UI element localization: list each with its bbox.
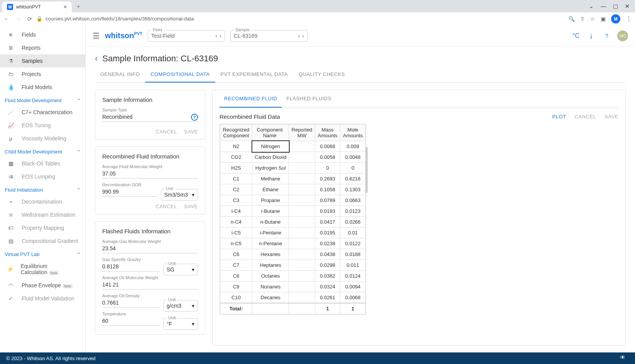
- table-row[interactable]: n-C5n-Pentane0.02380.0122: [220, 238, 366, 249]
- table-row[interactable]: n-C4n-Butane0.04170.0266: [220, 217, 366, 228]
- sidebar-group-virtual-pvt[interactable]: Virtual PVT Lab⌃: [0, 248, 85, 260]
- table-cell[interactable]: 0.0068: [315, 141, 340, 152]
- sidebar-item-fluid-models[interactable]: 💧Fluid Models: [0, 81, 85, 94]
- help-circle-icon[interactable]: ?: [191, 114, 198, 121]
- share-icon[interactable]: ⇧: [580, 16, 585, 22]
- table-cell[interactable]: Nitrogen: [252, 141, 289, 152]
- table-cell[interactable]: Hydrogen Sul: [252, 163, 289, 174]
- table-cell[interactable]: 0.0195: [315, 228, 340, 238]
- table-cell[interactable]: Nonanes: [252, 281, 289, 292]
- table-row[interactable]: C3Propane0.07890.0663: [220, 195, 366, 206]
- table-cell[interactable]: 0.0058: [315, 152, 340, 163]
- avg-mw-field[interactable]: 37.05: [102, 169, 198, 179]
- table-cell[interactable]: C9: [220, 281, 252, 292]
- sample-type-field[interactable]: Recombined?: [102, 112, 198, 122]
- tab-compositional-data[interactable]: COMPOSITIONAL DATA: [145, 67, 215, 83]
- intercom-icon[interactable]: 👁: [616, 353, 630, 362]
- maximize-icon[interactable]: ▢: [613, 3, 618, 9]
- table-cell[interactable]: [289, 141, 315, 152]
- table-row[interactable]: C9Nonanes0.03240.0094: [220, 281, 366, 292]
- cancel-button[interactable]: CANCEL: [156, 204, 177, 209]
- cancel-button[interactable]: CANCEL: [575, 114, 596, 120]
- browser-tab[interactable]: W whitsonPVT ✕: [2, 2, 72, 12]
- sidebar-item-eos-lumping[interactable]: ⇉EOS Lumping: [0, 170, 85, 183]
- table-cell[interactable]: 0.0094: [340, 281, 366, 292]
- cancel-button[interactable]: CANCEL: [156, 129, 177, 135]
- chevron-right-icon[interactable]: ›: [302, 33, 304, 39]
- table-row[interactable]: i-C5i-Pentane0.01950.01: [220, 228, 366, 238]
- sidebar-item-viscosity[interactable]: μViscosity Modeling: [0, 132, 85, 145]
- table-cell[interactable]: i-Butane: [252, 206, 289, 217]
- table-cell[interactable]: [289, 292, 315, 303]
- sidebar-item-validation[interactable]: ✓Fluid Model Validation: [0, 292, 85, 305]
- table-cell[interactable]: 0.0238: [315, 238, 340, 249]
- sidebar-group-child-model[interactable]: Child Model Development⌃: [0, 145, 85, 157]
- url-box[interactable]: 🔒 courses.pvt.whitson.com/fields/18/samp…: [36, 16, 565, 22]
- table-cell[interactable]: C1: [220, 174, 252, 184]
- table-cell[interactable]: Octanes: [252, 271, 289, 281]
- table-cell[interactable]: 0.6216: [340, 174, 366, 184]
- table-row[interactable]: CO2Carbon Dioxid0.00580.0048: [220, 152, 366, 163]
- table-cell[interactable]: [289, 271, 315, 281]
- table-row[interactable]: N2Nitrogen0.00680.009: [220, 141, 366, 152]
- back-icon[interactable]: ←: [3, 16, 10, 22]
- table-cell[interactable]: 0.0048: [340, 152, 366, 163]
- profile-avatar[interactable]: M: [611, 14, 620, 24]
- table-cell[interactable]: i-C4: [220, 206, 252, 217]
- table-cell[interactable]: 0.0068: [340, 292, 366, 303]
- tab-pvt-experimental[interactable]: PVT EXPERIMENTAL DATA: [215, 67, 293, 83]
- table-cell[interactable]: 0.0123: [340, 206, 366, 217]
- table-row[interactable]: i-C4i-Butane0.01930.0123: [220, 206, 366, 217]
- table-cell[interactable]: 0: [340, 163, 366, 174]
- close-window-icon[interactable]: ✕: [625, 3, 630, 9]
- tab-quality-checks[interactable]: QUALITY CHECKS: [293, 67, 350, 83]
- gor-unit-select[interactable]: Unit Sm3/Sm3 ▾: [161, 189, 198, 201]
- zoom-icon[interactable]: 🔍: [568, 16, 575, 22]
- sidebar-item-phase-env[interactable]: ◠Phase Envelopebeta: [0, 279, 85, 292]
- sidebar-group-fluid-init[interactable]: Fluid Initialization⌃: [0, 183, 85, 195]
- table-cell[interactable]: Carbon Dioxid: [252, 152, 289, 163]
- table-cell[interactable]: 0: [315, 163, 340, 174]
- tab-general-info[interactable]: GENERAL INFO: [95, 67, 145, 83]
- table-cell[interactable]: [289, 238, 315, 249]
- table-cell[interactable]: 0.0438: [315, 249, 340, 260]
- temp-unit-select[interactable]: Unit °F ▾: [163, 318, 198, 330]
- table-cell[interactable]: N2: [220, 141, 252, 152]
- tab-close-icon[interactable]: ✕: [63, 4, 67, 10]
- table-row[interactable]: C10Decanes0.02610.0068: [220, 292, 366, 303]
- forward-icon[interactable]: →: [15, 16, 22, 22]
- table-cell[interactable]: 0.0324: [315, 281, 340, 292]
- table-cell[interactable]: i-C5: [220, 228, 252, 238]
- table-cell[interactable]: 0.0663: [340, 195, 366, 206]
- table-cell[interactable]: [289, 206, 315, 217]
- table-cell[interactable]: 0.01: [340, 228, 366, 238]
- table-cell[interactable]: Methane: [252, 174, 289, 184]
- sidebar-item-fields[interactable]: ⛯Fields: [0, 28, 85, 41]
- gas-sg-field[interactable]: 0.8128: [102, 262, 159, 271]
- sidebar-group-fluid-model-dev[interactable]: Fluid Model Development⌃: [0, 94, 85, 106]
- save-button[interactable]: SAVE: [184, 204, 198, 209]
- temp-unit-toggle[interactable]: °C: [571, 31, 581, 41]
- table-cell[interactable]: 0.0193: [315, 206, 340, 217]
- panel-icon[interactable]: ▣: [601, 16, 606, 22]
- table-cell[interactable]: i-Pentane: [252, 228, 289, 238]
- table-cell[interactable]: 0.1058: [315, 184, 340, 195]
- table-cell[interactable]: Decanes: [252, 292, 289, 303]
- table-cell[interactable]: 0.0298: [315, 260, 340, 271]
- chevron-left-icon[interactable]: ‹: [216, 33, 218, 39]
- table-cell[interactable]: 0.0124: [340, 271, 366, 281]
- sidebar-item-c7plus[interactable]: ⋰C7+ Characterization: [0, 106, 85, 119]
- chevron-right-icon[interactable]: ›: [220, 33, 221, 39]
- sidebar-item-property-map[interactable]: 🏷Property Mapping: [0, 221, 85, 234]
- sidebar-item-wellstream[interactable]: ⤭Wellstream Estimation: [0, 208, 85, 221]
- sidebar-item-samples[interactable]: ⚗Samples: [0, 54, 85, 67]
- table-cell[interactable]: 0.0417: [315, 217, 340, 228]
- gor-field[interactable]: 990.99: [102, 187, 157, 197]
- save-button[interactable]: SAVE: [184, 129, 198, 135]
- table-cell[interactable]: [289, 260, 315, 271]
- table-cell[interactable]: [289, 281, 315, 292]
- subtab-flashed-fluids[interactable]: FLASHED FLUIDS: [282, 90, 336, 108]
- table-cell[interactable]: C10: [220, 292, 252, 303]
- user-avatar[interactable]: WC: [617, 30, 628, 41]
- sidebar-item-equilibrium[interactable]: ⚡Equilibrium Calculationbeta: [0, 260, 85, 279]
